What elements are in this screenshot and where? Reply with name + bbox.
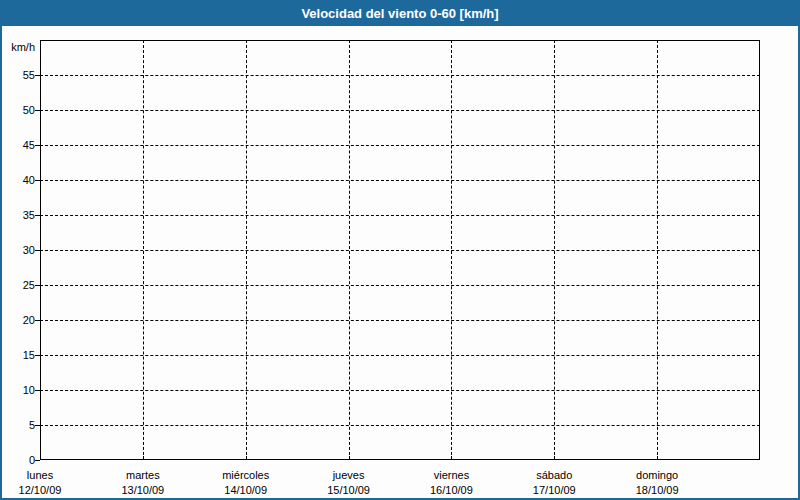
x-date-label: 18/10/09 bbox=[609, 484, 705, 497]
y-tick-label: 5 bbox=[2, 418, 35, 432]
y-grid-line bbox=[40, 75, 760, 76]
y-tick-label: 0 bbox=[2, 453, 35, 467]
y-tick-mark bbox=[35, 215, 40, 216]
x-date-label: 15/10/09 bbox=[301, 484, 397, 497]
y-tick-mark bbox=[35, 390, 40, 391]
chart-panel: Velocidad del viento 0-60 [km/h] km/h 05… bbox=[0, 0, 800, 500]
x-tick-mark bbox=[143, 456, 144, 460]
y-axis-unit-label: km/h bbox=[2, 40, 35, 54]
x-grid-line bbox=[451, 40, 452, 460]
x-tick-mark bbox=[349, 456, 350, 460]
y-tick-mark bbox=[35, 250, 40, 251]
y-tick-mark bbox=[35, 355, 40, 356]
x-date-label: 17/10/09 bbox=[506, 484, 602, 497]
y-tick-label: 35 bbox=[2, 208, 35, 222]
y-tick-label: 15 bbox=[2, 348, 35, 362]
y-tick-mark bbox=[35, 75, 40, 76]
chart-area: km/h 0510152025303540455055lunes12/10/09… bbox=[2, 26, 798, 498]
y-tick-mark bbox=[35, 425, 40, 426]
x-day-label: jueves bbox=[301, 469, 397, 482]
x-tick-mark bbox=[451, 456, 452, 460]
x-tick-mark bbox=[554, 456, 555, 460]
y-tick-mark bbox=[35, 285, 40, 286]
y-tick-label: 20 bbox=[2, 313, 35, 327]
x-grid-line bbox=[246, 40, 247, 460]
x-date-label: 13/10/09 bbox=[95, 484, 191, 497]
y-tick-mark bbox=[35, 145, 40, 146]
x-date-label: 12/10/09 bbox=[0, 484, 88, 497]
y-grid-line bbox=[40, 180, 760, 181]
x-date-label: 16/10/09 bbox=[403, 484, 499, 497]
x-grid-line bbox=[143, 40, 144, 460]
y-grid-line bbox=[40, 355, 760, 356]
x-tick-mark bbox=[657, 456, 658, 460]
chart-title: Velocidad del viento 0-60 [km/h] bbox=[301, 6, 498, 21]
y-tick-label: 45 bbox=[2, 138, 35, 152]
y-tick-mark bbox=[35, 460, 40, 461]
y-grid-line bbox=[40, 250, 760, 251]
x-day-label: domingo bbox=[609, 469, 705, 482]
x-day-label: miércoles bbox=[198, 469, 294, 482]
y-grid-line bbox=[40, 145, 760, 146]
y-tick-label: 25 bbox=[2, 278, 35, 292]
x-day-label: viernes bbox=[403, 469, 499, 482]
y-tick-label: 50 bbox=[2, 103, 35, 117]
y-tick-mark bbox=[35, 110, 40, 111]
x-tick-mark bbox=[246, 456, 247, 460]
y-tick-label: 30 bbox=[2, 243, 35, 257]
y-tick-label: 55 bbox=[2, 68, 35, 82]
y-grid-line bbox=[40, 110, 760, 111]
x-day-label: martes bbox=[95, 469, 191, 482]
x-date-label: 14/10/09 bbox=[198, 484, 294, 497]
y-grid-line bbox=[40, 390, 760, 391]
x-grid-line bbox=[554, 40, 555, 460]
x-grid-line bbox=[349, 40, 350, 460]
y-tick-mark bbox=[35, 320, 40, 321]
x-day-label: lunes bbox=[0, 469, 88, 482]
x-grid-line bbox=[657, 40, 658, 460]
y-grid-line bbox=[40, 425, 760, 426]
y-tick-label: 40 bbox=[2, 173, 35, 187]
y-grid-line bbox=[40, 285, 760, 286]
y-tick-label: 10 bbox=[2, 383, 35, 397]
y-grid-line bbox=[40, 215, 760, 216]
x-day-label: sábado bbox=[506, 469, 602, 482]
y-grid-line bbox=[40, 320, 760, 321]
title-bar: Velocidad del viento 0-60 [km/h] bbox=[2, 2, 798, 26]
y-tick-mark bbox=[35, 180, 40, 181]
